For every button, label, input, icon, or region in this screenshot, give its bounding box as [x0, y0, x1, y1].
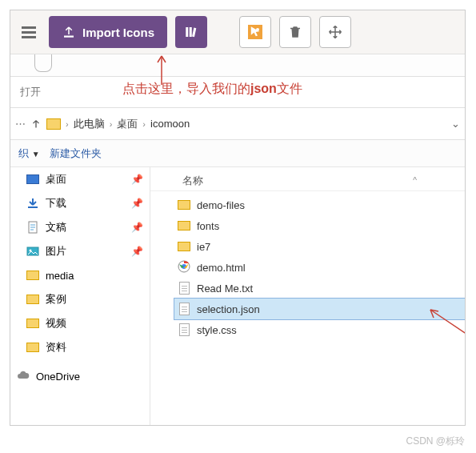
- import-label: Import Icons: [82, 26, 154, 39]
- column-name[interactable]: 名称: [182, 174, 203, 188]
- folder-icon: [26, 318, 39, 329]
- file-Read-Me-txt[interactable]: Read Me.txt: [174, 278, 465, 299]
- json-icon: [178, 303, 190, 315]
- file-label: Read Me.txt: [197, 283, 253, 295]
- file-label: demo.html: [197, 262, 246, 274]
- svg-rect-2: [192, 28, 196, 38]
- nav-media[interactable]: media: [10, 263, 150, 287]
- chevron-down-icon[interactable]: ⌄: [451, 118, 460, 130]
- library-button[interactable]: [175, 16, 207, 48]
- nav-documents[interactable]: 文稿📌: [10, 215, 150, 239]
- nav-downloads[interactable]: 下载📌: [10, 191, 150, 215]
- crumb-root[interactable]: 此电脑: [74, 117, 105, 131]
- folder-icon: [178, 219, 190, 232]
- file-demo-files[interactable]: demo-files: [174, 194, 465, 215]
- cloud-icon: [17, 371, 30, 382]
- folder-icon: [178, 198, 190, 211]
- chevron-right-icon: ›: [142, 119, 146, 129]
- pin-icon: 📌: [131, 246, 143, 257]
- svg-rect-1: [190, 27, 192, 37]
- desktop-icon: [26, 174, 39, 185]
- dialog-title: 打开: [10, 77, 465, 108]
- nav-onedrive[interactable]: OneDrive: [10, 364, 150, 388]
- cursor-icon: [248, 25, 262, 39]
- column-header-row: 名称 ^: [150, 170, 465, 191]
- download-icon: [26, 198, 39, 209]
- file-fonts[interactable]: fonts: [174, 215, 465, 236]
- document-icon: [26, 222, 39, 233]
- nav-pane: 桌面📌 下载📌 文稿📌 图片📌 media 案例: [10, 167, 150, 426]
- chevron-right-icon: ›: [66, 119, 69, 129]
- nav-cases[interactable]: 案例: [10, 287, 150, 311]
- file-selection-json[interactable]: selection.json: [174, 299, 465, 319]
- import-icons-button[interactable]: Import Icons: [49, 16, 167, 48]
- picture-icon: [26, 246, 39, 257]
- chevron-right-icon: ›: [110, 119, 113, 129]
- folder-icon: [46, 118, 61, 130]
- nav-desktop[interactable]: 桌面📌: [10, 167, 150, 191]
- watermark: CSDN @栎玲: [406, 435, 465, 448]
- nav-pictures[interactable]: 图片📌: [10, 239, 150, 263]
- organize-menu[interactable]: 织 ▼: [18, 146, 40, 161]
- svg-rect-0: [186, 27, 188, 37]
- upload-icon: [62, 25, 76, 39]
- menu-button[interactable]: [17, 19, 41, 46]
- crumb-leaf[interactable]: icomoon: [150, 118, 190, 130]
- books-icon: [184, 25, 198, 39]
- folder-icon: [26, 270, 39, 281]
- move-icon: [328, 25, 342, 39]
- up-icon[interactable]: [30, 118, 42, 130]
- pin-icon: 📌: [131, 174, 143, 185]
- pin-icon: 📌: [131, 198, 143, 209]
- file-demo-html[interactable]: demo.html: [174, 257, 465, 278]
- delete-button[interactable]: [279, 16, 311, 48]
- trash-icon: [288, 25, 302, 39]
- svg-rect-3: [28, 206, 38, 208]
- txt-icon: [178, 282, 190, 295]
- pin-icon: 📌: [131, 222, 143, 233]
- folder-icon: [178, 240, 190, 253]
- file-pane: 名称 ^ demo-filesfontsie7demo.htmlRead Me.…: [150, 167, 465, 426]
- caret-down-icon: ▼: [32, 150, 40, 158]
- nav-material[interactable]: 资料: [10, 335, 150, 359]
- nav-video[interactable]: 视频: [10, 311, 150, 335]
- file-label: ie7: [197, 241, 210, 253]
- file-label: demo-files: [197, 199, 245, 211]
- file-style-css[interactable]: style.css: [174, 319, 465, 340]
- folder-icon: [26, 342, 39, 353]
- file-label: fonts: [197, 220, 219, 232]
- icomoon-toolbar: Import Icons: [10, 10, 465, 54]
- folder-icon: [26, 294, 39, 305]
- sort-indicator-icon: ^: [413, 176, 417, 185]
- css-icon: [178, 323, 190, 336]
- crumb-mid[interactable]: 桌面: [117, 117, 138, 131]
- select-tool-button[interactable]: [239, 16, 271, 48]
- ruler-strip: [10, 54, 465, 77]
- file-label: style.css: [197, 324, 237, 336]
- chrome-icon: [178, 261, 190, 274]
- explorer-toolbar: 织 ▼ 新建文件夹: [10, 140, 465, 167]
- address-bar: ⋯ › 此电脑 › 桌面 › icomoon ⌄: [10, 108, 465, 140]
- file-ie7[interactable]: ie7: [174, 236, 465, 257]
- file-label: selection.json: [197, 303, 260, 315]
- dots: ⋯: [15, 118, 26, 130]
- new-folder-button[interactable]: 新建文件夹: [50, 146, 102, 161]
- move-button[interactable]: [319, 16, 351, 48]
